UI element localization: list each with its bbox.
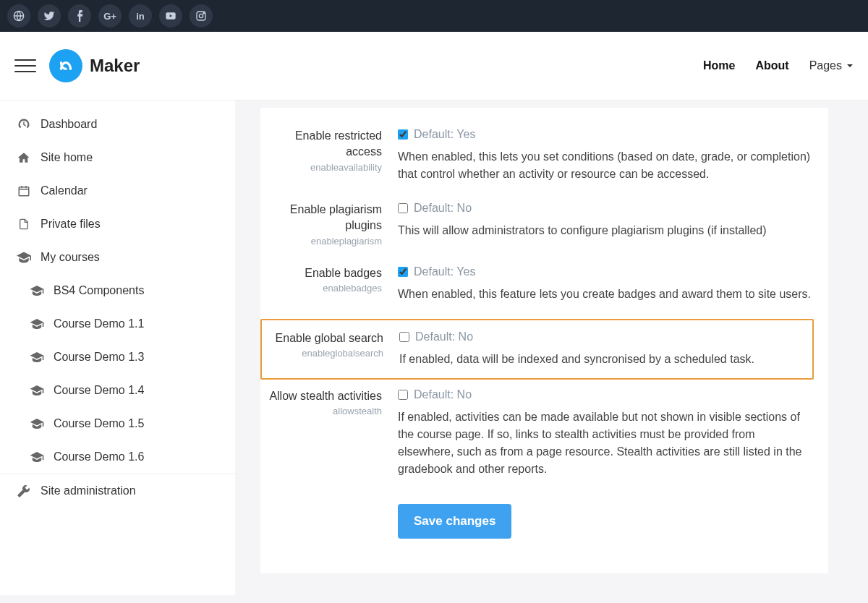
sidebar-item-label: Course Demo 1.1 [54, 317, 144, 330]
setting-key: allowstealth [268, 406, 382, 416]
setting-key: enableplagiarism [268, 236, 382, 247]
nav-pages[interactable]: Pages [809, 59, 854, 72]
nav-about[interactable]: About [755, 59, 788, 72]
setting-key: enableglobalsearch [269, 348, 383, 359]
svg-point-4 [203, 13, 204, 14]
setting-enablebadges: Enable badges enablebadges Default: Yes … [260, 260, 814, 316]
menu-toggle-icon[interactable] [14, 55, 36, 77]
sidebar-item-label: My courses [41, 251, 100, 264]
sidebar-mycourses[interactable]: My courses [0, 241, 235, 274]
sidebar-course-5[interactable]: Course Demo 1.6 [0, 440, 235, 474]
setting-checkbox[interactable] [399, 332, 409, 342]
sidebar-privatefiles[interactable]: Private files [0, 208, 235, 241]
graduation-cap-icon [29, 419, 45, 429]
help-text: This will allow administrators to config… [398, 222, 814, 239]
twitter-icon[interactable] [38, 4, 61, 27]
sidebar-item-label: Site administration [41, 484, 136, 497]
help-text: If enabled, activities can be made avail… [398, 409, 814, 478]
sidebar-item-label: Dashboard [41, 118, 97, 131]
setting-title: Enable badges [268, 265, 382, 281]
sidebar-item-label: Course Demo 1.3 [54, 351, 144, 364]
save-row: Save changes [260, 491, 814, 552]
sidebar-item-label: BS4 Components [54, 284, 144, 297]
setting-title: Enable global search [269, 330, 383, 346]
main-header: Maker Home About Pages [0, 32, 868, 100]
home-icon [16, 151, 32, 164]
default-label: Default: No [414, 202, 472, 215]
setting-checkbox[interactable] [398, 267, 408, 277]
graduation-cap-icon [29, 385, 45, 395]
social-bar: G+ in [0, 0, 868, 32]
instagram-icon[interactable] [190, 4, 213, 27]
setting-checkbox[interactable] [398, 203, 408, 213]
globe-icon[interactable] [7, 4, 30, 27]
dashboard-icon [16, 118, 32, 131]
calendar-icon [16, 184, 32, 197]
graduation-cap-icon [16, 252, 32, 263]
setting-enableavailability: Enable restricted access enableavailabil… [260, 122, 814, 196]
sidebar-course-1[interactable]: Course Demo 1.1 [0, 307, 235, 341]
default-label: Default: Yes [414, 128, 475, 141]
graduation-cap-icon [29, 352, 45, 362]
linkedin-icon[interactable]: in [129, 4, 152, 27]
sidebar-item-label: Calendar [41, 184, 88, 197]
sidebar-item-label: Course Demo 1.4 [54, 384, 144, 397]
sidebar-dashboard[interactable]: Dashboard [0, 108, 235, 141]
setting-enableplagiarism: Enable plagiarism plugins enableplagiari… [260, 196, 814, 260]
nav-home[interactable]: Home [703, 59, 735, 72]
top-nav: Home About Pages [703, 59, 854, 72]
setting-title: Enable plagiarism plugins [268, 202, 382, 234]
brand-logo[interactable]: Maker [49, 49, 140, 82]
svg-rect-5 [19, 187, 29, 196]
default-label: Default: Yes [414, 265, 475, 278]
sidebar-sitehome[interactable]: Site home [0, 141, 235, 174]
main-content: Enable restricted access enableavailabil… [235, 100, 868, 595]
sidebar-course-2[interactable]: Course Demo 1.3 [0, 341, 235, 374]
setting-title: Enable restricted access [268, 128, 382, 161]
setting-title: Allow stealth activities [268, 388, 382, 404]
logo-icon [49, 49, 82, 82]
help-text: If enabled, data will be indexed and syn… [399, 351, 812, 368]
sidebar-item-label: Site home [41, 151, 93, 164]
sidebar: Dashboard Site home Calendar Private fil… [0, 100, 235, 595]
setting-checkbox[interactable] [398, 129, 408, 140]
sidebar-course-3[interactable]: Course Demo 1.4 [0, 374, 235, 407]
brand-name: Maker [90, 56, 140, 76]
help-text: When enabled, this lets you set conditio… [398, 148, 814, 183]
default-label: Default: No [415, 330, 473, 343]
sidebar-item-label: Course Demo 1.5 [54, 417, 144, 430]
save-button[interactable]: Save changes [398, 504, 511, 539]
settings-card: Enable restricted access enableavailabil… [260, 108, 828, 573]
setting-checkbox[interactable] [398, 390, 408, 400]
default-label: Default: No [414, 388, 472, 401]
sidebar-course-0[interactable]: BS4 Components [0, 274, 235, 307]
help-text: When enabled, this feature lets you crea… [398, 286, 814, 303]
sidebar-item-label: Private files [41, 218, 101, 231]
facebook-icon[interactable] [68, 4, 91, 27]
graduation-cap-icon [29, 286, 45, 296]
sidebar-course-4[interactable]: Course Demo 1.5 [0, 407, 235, 440]
sidebar-siteadmin[interactable]: Site administration [0, 474, 235, 508]
sidebar-calendar[interactable]: Calendar [0, 174, 235, 208]
graduation-cap-icon [29, 319, 45, 329]
setting-enableglobalsearch: Enable global search enableglobalsearch … [260, 319, 814, 380]
file-icon [16, 218, 32, 231]
youtube-icon[interactable] [159, 4, 182, 27]
setting-key: enableavailability [268, 162, 382, 173]
wrench-icon [16, 484, 32, 497]
nav-pages-label: Pages [809, 59, 842, 72]
sidebar-item-label: Course Demo 1.6 [54, 450, 144, 463]
setting-allowstealth: Allow stealth activities allowstealth De… [260, 382, 814, 491]
svg-point-3 [199, 14, 203, 17]
chevron-down-icon [846, 62, 854, 69]
setting-key: enablebadges [268, 283, 382, 294]
graduation-cap-icon [29, 452, 45, 462]
google-plus-icon[interactable]: G+ [98, 4, 122, 27]
